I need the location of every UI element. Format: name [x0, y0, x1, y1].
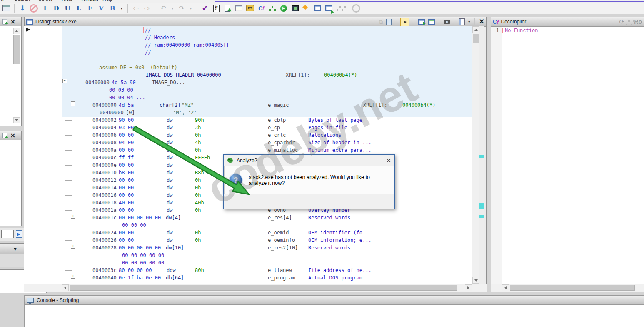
- import-file-icon[interactable]: [223, 4, 232, 13]
- diamond-bookmark-icon[interactable]: [302, 4, 310, 13]
- menu-item-select[interactable]: Select: [38, 0, 52, 2]
- snapshot-camera-icon[interactable]: [444, 20, 450, 24]
- apply-diff-icon[interactable]: [428, 19, 435, 25]
- scroll-up-button[interactable]: [13, 28, 20, 34]
- console-header[interactable]: Console - Scripting: [24, 295, 644, 305]
- program-tree-header[interactable]: ✕: [0, 17, 21, 26]
- listing-text: 00 00: [119, 207, 134, 213]
- analysis-marker[interactable]: [479, 215, 484, 218]
- listing-text: 0h: [195, 177, 201, 183]
- scrollbar-thumb[interactable]: [473, 34, 479, 43]
- menu-item-search[interactable]: Search: [14, 0, 30, 2]
- memo-icon[interactable]: [235, 4, 243, 13]
- data-type-b-button[interactable]: B: [108, 4, 117, 13]
- close-icon[interactable]: ✕: [10, 19, 15, 25]
- analysis-marker[interactable]: [479, 155, 484, 158]
- header-overflow-text: Ro: [634, 18, 642, 25]
- filter-options-button[interactable]: [16, 230, 22, 238]
- clear-code-icon[interactable]: [30, 4, 38, 13]
- refresh-icon[interactable]: ⟳: [619, 18, 624, 25]
- scrollbar-thumb[interactable]: [70, 285, 457, 291]
- decompiler-hscrollbar[interactable]: [491, 284, 644, 292]
- scroll-down-button[interactable]: [13, 117, 20, 123]
- listing-text: 00 00 00 00 00: [119, 245, 161, 251]
- navigate-down-icon[interactable]: ⬇: [18, 4, 27, 13]
- listing-header[interactable]: Listing: stack2.exe ⧉ ▾ ✕: [25, 17, 486, 27]
- listing-text: 0h: [195, 132, 201, 138]
- chevron-down-icon[interactable]: ▼: [13, 247, 17, 252]
- listing-vscrollbar[interactable]: [472, 26, 479, 284]
- margin-dropdown-icon[interactable]: ▾: [468, 20, 470, 24]
- symbol-tree-icon[interactable]: [268, 4, 277, 13]
- listing-text: File address of ne...: [308, 267, 372, 273]
- scroll-left-button[interactable]: [62, 284, 69, 291]
- listing-text: e_res2[10]: [268, 245, 298, 251]
- nav-forward-icon[interactable]: ⇨: [143, 4, 151, 13]
- filter-input[interactable]: [1, 230, 14, 238]
- listing-text: 0040000c: [92, 155, 117, 161]
- hierarchy-disabled-icon[interactable]: [336, 4, 344, 13]
- dialog-close-icon[interactable]: ✕: [386, 157, 391, 164]
- collapse-icon[interactable]: −: [62, 79, 67, 83]
- listing-text: dw: [167, 185, 172, 191]
- cursor-select-toggle[interactable]: [400, 18, 409, 26]
- scroll-left-button[interactable]: [502, 284, 509, 291]
- expand-icon[interactable]: +: [71, 214, 75, 219]
- refresh-disabled-icon[interactable]: [352, 4, 360, 13]
- tree-tick: [65, 195, 72, 196]
- menu-item-tools[interactable]: Tools: [61, 0, 72, 2]
- dialog-title: Analyze?: [237, 158, 257, 164]
- listing-text: 00400010: [92, 170, 117, 176]
- analysis-marker[interactable]: [479, 203, 484, 209]
- data-type-l-button[interactable]: L: [75, 4, 83, 13]
- undo-dropdown-icon[interactable]: ▾: [170, 4, 175, 13]
- function-decompile-icon[interactable]: Cf: [257, 4, 265, 13]
- run-script-icon[interactable]: ▶: [280, 4, 288, 13]
- menu-item-window[interactable]: Window: [81, 0, 99, 2]
- copy-icon[interactable]: ⧉: [379, 19, 383, 25]
- symbol-tree-header[interactable]: ✕: [0, 131, 21, 140]
- data-type-d-button[interactable]: D: [52, 4, 60, 13]
- redo-dropdown-icon[interactable]: ▾: [189, 4, 193, 13]
- validate-check-icon[interactable]: ✔: [201, 4, 209, 13]
- expand-icon[interactable]: +: [71, 274, 75, 279]
- scroll-up-button[interactable]: [472, 26, 479, 33]
- margin-display-icon[interactable]: [459, 18, 465, 25]
- listing-hscrollbar[interactable]: [24, 284, 487, 292]
- decompiler-panel: Cf Decompiler ⟳ Ro: [491, 17, 644, 292]
- data-type-manager-folder-icon[interactable]: DT: [246, 4, 254, 13]
- close-icon[interactable]: ✕: [10, 133, 15, 138]
- undo-icon[interactable]: ↶: [159, 4, 167, 13]
- data-type-u-button[interactable]: U: [63, 4, 72, 13]
- data-type-v-button[interactable]: V: [97, 4, 105, 13]
- expand-icon[interactable]: +: [71, 244, 75, 249]
- dialog-titlebar[interactable]: Analyze? ✕: [224, 155, 394, 166]
- data-type-i-button[interactable]: I: [41, 4, 49, 13]
- scroll-right-button[interactable]: [465, 284, 472, 291]
- close-icon[interactable]: ✕: [479, 18, 484, 25]
- decompiler-header[interactable]: Cf Decompiler ⟳ Ro: [491, 17, 644, 27]
- menu-item-cut[interactable]: n: [1, 0, 4, 2]
- snapshot-window-icon[interactable]: [2, 4, 10, 13]
- listing-text: 00400000: [100, 110, 124, 116]
- paste-icon[interactable]: [386, 19, 392, 25]
- scroll-down-button[interactable]: [472, 277, 479, 284]
- listing-text: dw: [167, 200, 172, 206]
- table-view-icon[interactable]: [313, 4, 322, 13]
- scrollbar-thumb[interactable]: [510, 285, 635, 291]
- listing-text: Actual DOS program: [308, 275, 362, 281]
- nav-back-icon[interactable]: ⇦: [132, 4, 140, 13]
- redo-icon[interactable]: ↷: [177, 4, 186, 13]
- diff-table-icon[interactable]: [418, 19, 425, 25]
- scrollbar-thumb[interactable]: [13, 35, 20, 64]
- binary-view-icon[interactable]: 1001: [212, 4, 220, 13]
- data-type-f-button[interactable]: F: [86, 4, 94, 13]
- console-body[interactable]: [24, 305, 644, 327]
- table-export-icon[interactable]: [324, 4, 333, 13]
- menu-item-help[interactable]: Help: [102, 0, 113, 2]
- listing-text: XREF[1]:: [363, 102, 387, 108]
- memory-map-icon[interactable]: [291, 4, 299, 13]
- graph-icon[interactable]: [628, 20, 630, 22]
- data-type-dropdown-icon[interactable]: ▾: [120, 4, 124, 13]
- collapse-icon[interactable]: −: [71, 101, 75, 106]
